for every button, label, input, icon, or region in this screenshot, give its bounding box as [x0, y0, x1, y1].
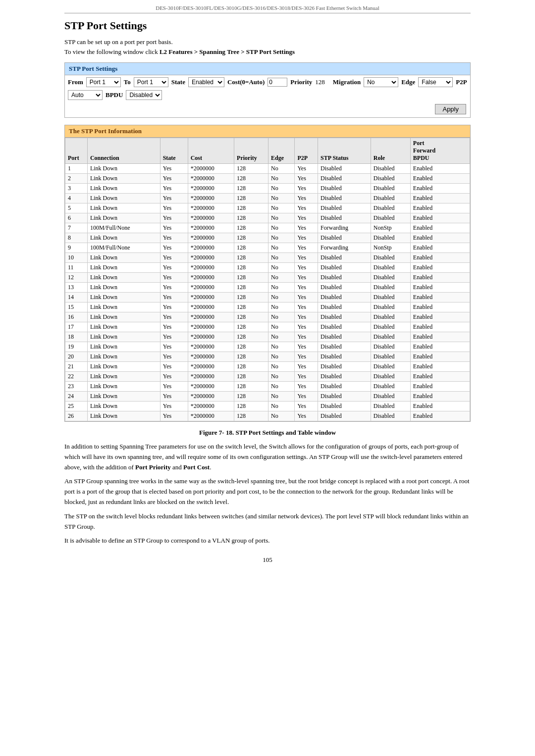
td-state: Yes	[160, 362, 188, 372]
td-connection: Link Down	[87, 233, 160, 243]
edge-select[interactable]: False True	[418, 77, 453, 87]
td-priority: 128	[234, 184, 268, 194]
td-priority: 128	[234, 243, 268, 253]
td-state: Yes	[160, 312, 188, 322]
td-cost: *2000000	[188, 194, 234, 203]
td-state: Yes	[160, 233, 188, 243]
td-edge: No	[268, 402, 295, 411]
td-stp-status: Disabled	[318, 213, 371, 223]
table-row: 13Link DownYes*2000000128NoYesDisabledDi…	[65, 283, 470, 293]
td-port: 17	[65, 322, 88, 332]
td-pfbpdu: Enabled	[410, 302, 470, 312]
p2p-select[interactable]: Auto True False	[68, 90, 103, 100]
intro-line2: To view the following window click	[64, 48, 160, 55]
td-connection: Link Down	[87, 392, 160, 402]
from-select[interactable]: Port 1	[86, 77, 121, 87]
table-row: 12Link DownYes*2000000128NoYesDisabledDi…	[65, 273, 470, 283]
td-edge: No	[268, 243, 295, 253]
intro-bold: L2 Features > Spanning Tree > STP Port S…	[160, 48, 295, 55]
td-role: Disabled	[371, 213, 410, 223]
doc-header: DES-3010F/DES-3010FL/DES-3010G/DES-3016/…	[64, 5, 471, 13]
td-pfbpdu: Enabled	[410, 411, 470, 421]
td-port: 9	[65, 243, 88, 253]
td-priority: 128	[234, 164, 268, 174]
td-port: 15	[65, 302, 88, 312]
td-state: Yes	[160, 174, 188, 184]
td-p2p: Yes	[295, 322, 318, 332]
th-p2p: P2P	[295, 138, 318, 164]
td-edge: No	[268, 392, 295, 402]
settings-panel-header: STP Port Settings	[65, 63, 470, 75]
td-role: Disabled	[371, 322, 410, 332]
table-row: 1Link DownYes*2000000128NoYesDisabledDis…	[65, 164, 470, 174]
td-priority: 128	[234, 372, 268, 382]
to-label: To	[124, 78, 131, 86]
td-priority: 128	[234, 203, 268, 213]
td-stp-status: Disabled	[318, 312, 371, 322]
td-p2p: Yes	[295, 194, 318, 203]
td-pfbpdu: Enabled	[410, 223, 470, 233]
td-priority: 128	[234, 352, 268, 362]
stp-info-table: Port Connection State Cost Priority Edge…	[65, 138, 470, 421]
intro-text: STP can be set up on a port per port bas…	[64, 37, 471, 56]
table-row: 15Link DownYes*2000000128NoYesDisabledDi…	[65, 302, 470, 312]
td-priority: 128	[234, 194, 268, 203]
td-priority: 128	[234, 233, 268, 243]
td-edge: No	[268, 411, 295, 421]
td-state: Yes	[160, 293, 188, 302]
body-paragraphs: In addition to setting Spanning Tree par…	[64, 442, 471, 546]
td-role: Disabled	[371, 392, 410, 402]
td-role: Disabled	[371, 312, 410, 322]
info-panel-header: The STP Port Information	[65, 125, 470, 138]
td-pfbpdu: Enabled	[410, 213, 470, 223]
td-priority: 128	[234, 411, 268, 421]
body-paragraph: An STP Group spanning tree works in the …	[64, 476, 471, 507]
bpdu-label: BPDU	[106, 91, 123, 99]
td-p2p: Yes	[295, 302, 318, 312]
to-select[interactable]: Port 1	[134, 77, 168, 87]
td-port: 26	[65, 411, 88, 421]
td-state: Yes	[160, 273, 188, 283]
table-row: 18Link DownYes*2000000128NoYesDisabledDi…	[65, 332, 470, 342]
td-port: 14	[65, 293, 88, 302]
td-role: NonStp	[371, 223, 410, 233]
td-cost: *2000000	[188, 253, 234, 263]
td-priority: 128	[234, 392, 268, 402]
td-stp-status: Disabled	[318, 253, 371, 263]
td-pfbpdu: Enabled	[410, 233, 470, 243]
apply-button[interactable]: Apply	[435, 104, 466, 114]
th-conn: Connection	[87, 138, 160, 164]
td-pfbpdu: Enabled	[410, 322, 470, 332]
td-cost: *2000000	[188, 322, 234, 332]
td-stp-status: Disabled	[318, 263, 371, 273]
td-stp-status: Forwarding	[318, 223, 371, 233]
td-connection: Link Down	[87, 382, 160, 392]
td-priority: 128	[234, 293, 268, 302]
cost-input[interactable]	[268, 78, 287, 87]
td-connection: Link Down	[87, 184, 160, 194]
table-row: 7100M/Full/NoneYes*2000000128NoYesForwar…	[65, 223, 470, 233]
td-state: Yes	[160, 352, 188, 362]
td-port: 13	[65, 283, 88, 293]
td-priority: 128	[234, 302, 268, 312]
td-priority: 128	[234, 332, 268, 342]
td-pfbpdu: Enabled	[410, 293, 470, 302]
state-select[interactable]: Enabled Disabled	[188, 77, 224, 87]
from-label: From	[68, 78, 83, 86]
td-role: Disabled	[371, 293, 410, 302]
td-pfbpdu: Enabled	[410, 352, 470, 362]
migration-select[interactable]: No Yes	[364, 77, 398, 87]
td-edge: No	[268, 322, 295, 332]
bpdu-select[interactable]: Disabled Enabled	[126, 90, 162, 100]
td-role: Disabled	[371, 402, 410, 411]
td-port: 22	[65, 372, 88, 382]
td-stp-status: Disabled	[318, 362, 371, 372]
td-stp-status: Disabled	[318, 164, 371, 174]
table-row: 5Link DownYes*2000000128NoYesDisabledDis…	[65, 203, 470, 213]
td-state: Yes	[160, 283, 188, 293]
td-pfbpdu: Enabled	[410, 402, 470, 411]
td-state: Yes	[160, 243, 188, 253]
td-state: Yes	[160, 392, 188, 402]
td-port: 24	[65, 392, 88, 402]
th-cost: Cost	[188, 138, 234, 164]
